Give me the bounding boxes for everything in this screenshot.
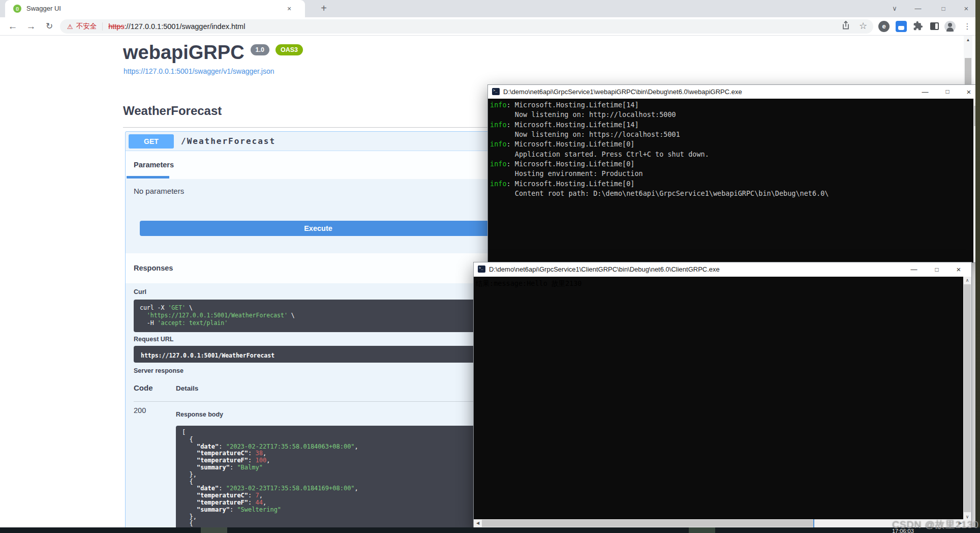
console2-scroll-left-icon[interactable]: ◀ bbox=[474, 519, 481, 527]
status-code-value: 200 bbox=[134, 406, 146, 414]
tab-close-icon[interactable]: × bbox=[284, 0, 295, 17]
extension-blue-icon[interactable] bbox=[896, 21, 907, 32]
console-icon: >_ bbox=[492, 88, 500, 95]
parameters-tab-underline bbox=[127, 176, 169, 179]
response-body-label: Response body bbox=[176, 411, 223, 418]
console2-scroll-up-icon[interactable]: ∧ bbox=[963, 278, 971, 283]
console-window-clientgrpc[interactable]: >_ D:\demo\net6api\GrpcService1\ClientGR… bbox=[473, 262, 972, 528]
console1-title: D:\demo\net6api\GrpcService1\webapiGRPC\… bbox=[503, 85, 742, 99]
tab-list-chevron-icon[interactable]: ∨ bbox=[889, 0, 901, 17]
back-button-icon[interactable]: ← bbox=[5, 17, 20, 36]
scrollbar-thumb[interactable] bbox=[965, 58, 971, 86]
security-warning-icon[interactable]: ⚠ bbox=[67, 23, 73, 31]
console-icon: >_ bbox=[478, 265, 485, 273]
swagger-json-link[interactable]: https://127.0.0.1:5001/swagger/v1/swagge… bbox=[124, 67, 274, 75]
console1-close-button[interactable]: × bbox=[961, 85, 976, 99]
url-https-struck: https bbox=[108, 22, 124, 31]
window-maximize-button[interactable]: □ bbox=[937, 0, 950, 17]
console1-minimize-button[interactable]: — bbox=[917, 85, 933, 99]
console2-title: D:\demo\net6api\GrpcService1\ClientGRPC\… bbox=[489, 262, 720, 277]
request-url-value: https://127.0.0.1:5001/WeatherForecast bbox=[141, 352, 274, 359]
console1-maximize-button[interactable]: □ bbox=[940, 85, 955, 99]
console1-output: info: Microsoft.Hosting.Lifetime[14] Now… bbox=[488, 99, 979, 262]
console2-minimize-button[interactable]: — bbox=[906, 262, 922, 277]
extensions-puzzle-icon[interactable] bbox=[913, 21, 924, 32]
api-title: webapiGRPC1.0OAS3 bbox=[123, 42, 303, 64]
browser-toolbar: ← → ↻ ⚠ 不安全 https://127.0.0.1:5001/swagg… bbox=[0, 17, 975, 36]
console-window-webapigrpc[interactable]: >_ D:\demo\net6api\GrpcService1\webapiGR… bbox=[487, 84, 980, 263]
share-icon[interactable] bbox=[841, 20, 851, 33]
new-tab-button[interactable]: + bbox=[316, 0, 331, 17]
swagger-favicon-icon: {} bbox=[13, 5, 21, 13]
extension-e-icon[interactable]: e bbox=[878, 21, 890, 32]
request-url-label: Request URL bbox=[134, 336, 173, 343]
no-parameters-text: No parameters bbox=[134, 187, 184, 195]
console2-vertical-scrollbar[interactable]: ∧ ∨ bbox=[963, 277, 971, 520]
taskbar-app-patch bbox=[689, 527, 715, 533]
console2-hscroll-thumb[interactable] bbox=[482, 520, 813, 527]
oas3-badge: OAS3 bbox=[275, 44, 303, 55]
console2-output: 结果:message:Hello 故里2130 bbox=[474, 277, 964, 520]
console1-titlebar[interactable]: >_ D:\demo\net6api\GrpcService1\webapiGR… bbox=[488, 85, 979, 99]
console2-titlebar[interactable]: >_ D:\demo\net6api\GrpcService1\ClientGR… bbox=[474, 262, 971, 277]
security-warning-label[interactable]: 不安全 bbox=[76, 22, 97, 31]
console2-hscroll-accent bbox=[813, 519, 814, 527]
taskbar-app-patch bbox=[201, 527, 227, 533]
version-badge: 1.0 bbox=[251, 44, 269, 55]
console2-result-line: 结果:message:Hello 故里2130 bbox=[476, 279, 962, 288]
console2-close-button[interactable]: × bbox=[951, 262, 966, 277]
desktop-edge-sliver bbox=[975, 0, 980, 533]
code-column-header: Code bbox=[134, 383, 153, 392]
parameters-label: Parameters bbox=[134, 161, 174, 169]
url-rest: ://127.0.0.1:5001/swagger/index.html bbox=[125, 22, 246, 31]
operation-path: /WeatherForecast bbox=[181, 136, 275, 146]
get-method-badge: GET bbox=[129, 134, 174, 149]
window-minimize-button[interactable]: — bbox=[912, 0, 924, 17]
responses-label: Responses bbox=[134, 264, 173, 272]
window-close-button[interactable]: × bbox=[960, 0, 972, 17]
browser-menu-icon[interactable]: ⋮ bbox=[962, 21, 973, 32]
profile-avatar[interactable] bbox=[944, 21, 956, 32]
csdn-watermark: CSDN @故里2130 bbox=[892, 518, 979, 531]
console2-vscroll-thumb[interactable] bbox=[964, 284, 971, 512]
page-url[interactable]: https://127.0.0.1:5001/swagger/index.htm… bbox=[108, 22, 245, 31]
side-panel-icon[interactable] bbox=[930, 22, 939, 30]
console2-horizontal-scrollbar[interactable]: ◀ ▶ bbox=[474, 519, 964, 527]
server-response-label: Server response bbox=[134, 367, 183, 374]
console2-maximize-button[interactable]: □ bbox=[929, 262, 944, 277]
curl-label: Curl bbox=[134, 288, 146, 295]
details-column-header: Details bbox=[176, 384, 198, 392]
execute-button[interactable]: Execute bbox=[140, 221, 497, 236]
taskbar-sliver[interactable]: 17:06:03 bbox=[0, 527, 980, 533]
scrollbar-up-icon[interactable]: ▲ bbox=[964, 38, 972, 42]
tab-strip: {} Swagger UI × + ∨ — □ × bbox=[0, 0, 975, 17]
address-bar[interactable]: ⚠ 不安全 https://127.0.0.1:5001/swagger/ind… bbox=[60, 19, 873, 34]
bookmark-star-icon[interactable]: ☆ bbox=[859, 20, 867, 32]
omnibox-divider bbox=[102, 22, 103, 31]
tag-section-title[interactable]: WeatherForecast bbox=[123, 104, 222, 118]
forward-button-icon[interactable]: → bbox=[23, 17, 39, 36]
browser-tab[interactable]: {} Swagger UI × bbox=[5, 0, 305, 17]
tab-title: Swagger UI bbox=[26, 0, 61, 17]
reload-button-icon[interactable]: ↻ bbox=[42, 17, 57, 36]
